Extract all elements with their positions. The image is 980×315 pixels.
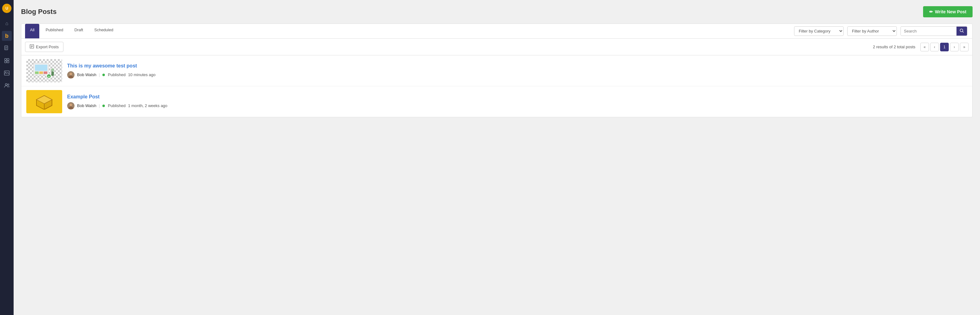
svg-point-29 xyxy=(70,73,72,75)
meta-divider: | xyxy=(99,103,100,108)
svg-rect-7 xyxy=(7,61,9,63)
svg-point-10 xyxy=(5,84,7,85)
home-icon[interactable]: ⌂ xyxy=(2,19,12,29)
post-thumbnail xyxy=(26,90,62,113)
post-info: Example Post Bob Walsh | Published 1 mon… xyxy=(67,94,967,110)
svg-rect-6 xyxy=(5,61,6,63)
page-last-button[interactable]: » xyxy=(960,43,969,51)
main-content: Blog Posts ✏ Write New Post All Publishe… xyxy=(14,0,980,315)
export-posts-button[interactable]: Export Posts xyxy=(25,42,64,52)
thumbnail-yellow xyxy=(26,90,62,113)
page-next-button[interactable]: › xyxy=(950,43,959,51)
post-title-link[interactable]: This is my awesome test post xyxy=(67,63,967,69)
page-prev-button[interactable]: ‹ xyxy=(930,43,939,51)
write-new-post-button[interactable]: ✏ Write New Post xyxy=(923,6,972,18)
status-dot xyxy=(102,74,105,76)
time-label: 1 month, 2 weeks ago xyxy=(128,103,167,108)
svg-point-9 xyxy=(5,72,6,73)
svg-point-11 xyxy=(8,84,9,85)
svg-rect-20 xyxy=(35,72,39,74)
meta-divider: | xyxy=(99,72,100,77)
svg-point-23 xyxy=(51,68,54,72)
svg-text:G: G xyxy=(48,75,50,78)
tab-all[interactable]: All xyxy=(25,24,39,38)
brand-icon[interactable]: b xyxy=(2,31,12,41)
svg-rect-22 xyxy=(44,72,47,74)
post-meta: Bob Walsh | Published 10 minutes ago xyxy=(67,71,967,79)
status-dot xyxy=(102,105,105,107)
time-label: 10 minutes ago xyxy=(128,72,156,77)
thumbnail-checkered: G xyxy=(26,59,62,82)
svg-line-13 xyxy=(963,32,964,33)
tab-published[interactable]: Published xyxy=(41,24,68,38)
avatar[interactable]: U xyxy=(2,4,11,13)
actions-bar: Export Posts 2 results of 2 total posts … xyxy=(21,39,972,56)
users-icon[interactable] xyxy=(2,80,12,91)
search-button[interactable] xyxy=(956,27,967,36)
post-thumbnail: G xyxy=(26,59,62,82)
pencil-icon: ✏ xyxy=(929,9,933,14)
filter-category-select[interactable]: Filter by Category xyxy=(794,26,843,36)
page-icon[interactable] xyxy=(2,43,12,53)
page-first-button[interactable]: « xyxy=(920,43,929,51)
thumb-box-icon xyxy=(35,94,54,110)
grid-icon[interactable] xyxy=(2,56,12,65)
image-icon[interactable] xyxy=(2,68,12,78)
svg-rect-24 xyxy=(51,72,54,76)
page-current-button[interactable]: 1 xyxy=(940,43,949,51)
author-name: Bob Walsh xyxy=(77,103,96,108)
page-title: Blog Posts xyxy=(21,8,57,16)
sidebar: U ⌂ b xyxy=(0,0,14,315)
author-avatar xyxy=(67,102,75,110)
status-label: Published xyxy=(108,103,126,108)
post-title-link[interactable]: Example Post xyxy=(67,94,967,100)
export-icon xyxy=(30,44,34,49)
tab-scheduled[interactable]: Scheduled xyxy=(89,24,118,38)
page-header: Blog Posts ✏ Write New Post xyxy=(21,6,972,18)
filter-author-select[interactable]: Filter by Author xyxy=(847,26,897,36)
status-label: Published xyxy=(108,72,126,77)
search-wrapper xyxy=(900,26,967,36)
toolbar: All Published Draft Scheduled Filter by … xyxy=(21,24,972,39)
author-avatar xyxy=(67,71,75,79)
post-meta: Bob Walsh | Published 1 month, 2 weeks a… xyxy=(67,102,967,110)
tab-draft[interactable]: Draft xyxy=(70,24,88,38)
svg-rect-5 xyxy=(7,59,9,60)
svg-rect-4 xyxy=(5,59,6,60)
table-row: Example Post Bob Walsh | Published 1 mon… xyxy=(21,86,972,117)
search-input[interactable] xyxy=(901,27,956,35)
author-name: Bob Walsh xyxy=(77,72,96,77)
svg-rect-19 xyxy=(35,65,47,71)
svg-rect-8 xyxy=(4,71,9,75)
thumb-illustration: G xyxy=(30,60,58,81)
svg-point-36 xyxy=(70,103,72,106)
posts-list: G This is my awesome test post Bob Walsh xyxy=(21,56,972,117)
pagination: 2 results of 2 total posts « ‹ 1 › » xyxy=(873,43,969,51)
svg-point-12 xyxy=(960,29,963,32)
results-info: 2 results of 2 total posts xyxy=(873,45,915,49)
svg-rect-21 xyxy=(39,72,43,74)
post-info: This is my awesome test post Bob Walsh |… xyxy=(67,63,967,79)
table-row: G This is my awesome test post Bob Walsh xyxy=(21,56,972,86)
